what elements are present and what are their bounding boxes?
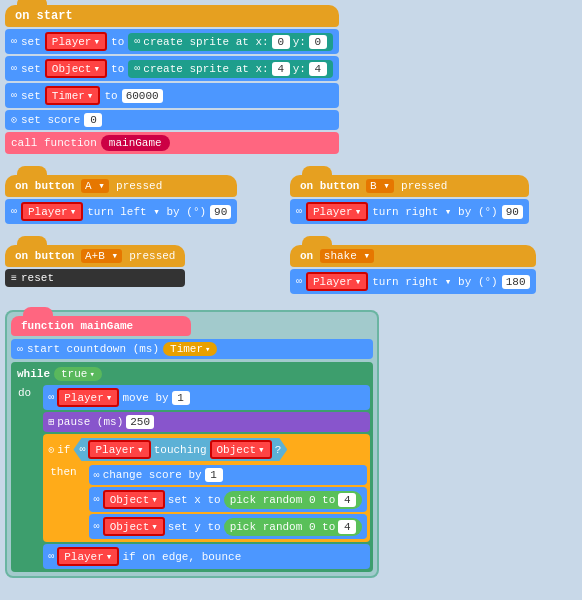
player-edge-dropdown[interactable]: Player▾	[57, 547, 119, 566]
object-dropdown-1[interactable]: Object▾	[45, 59, 107, 78]
pause-val[interactable]: 250	[126, 415, 154, 429]
object-x-dropdown[interactable]: Object▾	[103, 490, 165, 509]
function-label: function mainGame	[21, 320, 133, 332]
function-main-section: function mainGame ∞ start countdown (ms)…	[5, 310, 379, 578]
object-y-dropdown[interactable]: Object▾	[103, 517, 165, 536]
while-label: while	[17, 368, 50, 380]
x-val-1[interactable]: 0	[272, 35, 290, 49]
do-label: do	[18, 387, 31, 399]
score-change-val[interactable]: 1	[205, 468, 223, 482]
true-badge[interactable]: true ▾	[54, 367, 102, 381]
y-val-2[interactable]: 4	[309, 62, 327, 76]
player-dropdown[interactable]: Player▾	[45, 32, 107, 51]
on-button-a-section: on button A ▾ pressed ∞ Player▾ turn lef…	[5, 175, 237, 224]
rand-max-y[interactable]: 4	[338, 520, 356, 534]
on-button-a-label: on button	[15, 180, 81, 192]
create-sprite-2: ∞ create sprite at x: 4 y: 4	[128, 60, 333, 78]
set-player-text: set	[21, 36, 41, 48]
player-if-dropdown[interactable]: Player▾	[88, 440, 150, 459]
player-shake-dropdown[interactable]: Player▾	[306, 272, 368, 291]
timer-dropdown[interactable]: Timer▾	[45, 86, 101, 105]
on-start-section: on start ∞ set Player▾ to ∞ create sprit…	[5, 5, 339, 154]
x-val-2[interactable]: 4	[272, 62, 290, 76]
create-sprite-1: ∞ create sprite at x: 0 y: 0	[128, 33, 333, 51]
player-move-dropdown[interactable]: Player▾	[57, 388, 119, 407]
move-val[interactable]: 1	[172, 391, 190, 405]
rand-max-x[interactable]: 4	[338, 493, 356, 507]
reset-block: ≡ reset	[5, 269, 185, 287]
turn-val-a[interactable]: 90	[210, 205, 231, 219]
y-val-1[interactable]: 0	[309, 35, 327, 49]
object-if-dropdown[interactable]: Object▾	[210, 440, 272, 459]
touching-condition: ∞ Player▾ touching Object▾ ?	[73, 438, 287, 461]
player-a-dropdown[interactable]: Player▾	[21, 202, 83, 221]
score-val[interactable]: 0	[84, 113, 102, 127]
pick-random-x: pick random 0 to 4	[224, 491, 363, 509]
timer-val[interactable]: 60000	[122, 89, 163, 103]
on-start-label: on start	[15, 9, 73, 23]
on-button-ab-section: on button A+B ▾ pressed ≡ reset	[5, 245, 185, 287]
timer-badge[interactable]: Timer ▾	[163, 342, 217, 356]
pick-random-y: pick random 0 to 4	[224, 518, 363, 536]
on-button-b-section: on button B ▾ pressed ∞ Player▾ turn rig…	[290, 175, 529, 224]
turn-val-shake[interactable]: 180	[502, 275, 530, 289]
then-label: then	[50, 466, 76, 478]
player-b-dropdown[interactable]: Player▾	[306, 202, 368, 221]
set-player-icon: ∞	[11, 36, 17, 47]
on-shake-section: on shake ▾ ∞ Player▾ turn right ▾ by (°)…	[290, 245, 536, 294]
turn-val-b[interactable]: 90	[502, 205, 523, 219]
func-name-badge[interactable]: mainGame	[101, 135, 170, 151]
